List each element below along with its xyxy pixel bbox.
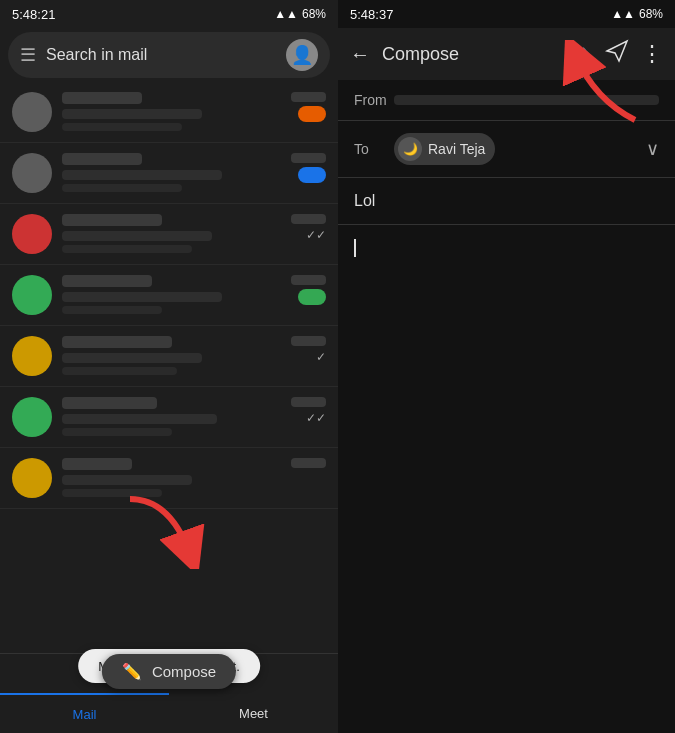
mail-sender bbox=[62, 458, 132, 470]
back-button[interactable]: ← bbox=[350, 43, 370, 66]
mail-meta bbox=[291, 458, 326, 468]
mail-content bbox=[62, 397, 281, 436]
list-item[interactable] bbox=[0, 143, 338, 204]
compose-title: Compose bbox=[382, 44, 559, 65]
compose-label: Compose bbox=[152, 663, 216, 680]
search-input-label: Search in mail bbox=[46, 46, 147, 64]
recipient-avatar: 🌙 bbox=[398, 137, 422, 161]
left-panel: 5:48:21 ▲▲ 68% ☰ Search in mail 👤 bbox=[0, 0, 338, 733]
mail-sender bbox=[62, 397, 157, 409]
mail-time bbox=[291, 397, 326, 407]
read-icon: ✓✓ bbox=[306, 228, 326, 242]
from-field: From bbox=[338, 80, 675, 121]
mail-time bbox=[291, 92, 326, 102]
nav-tabs: Mail Meet bbox=[0, 693, 338, 733]
mail-content bbox=[62, 92, 281, 131]
recipient-chip[interactable]: 🌙 Ravi Teja bbox=[394, 133, 495, 165]
compose-pencil-icon: ✏️ bbox=[122, 662, 142, 681]
status-bar-right: 5:48:37 ▲▲ 68% bbox=[338, 0, 675, 28]
battery-icon: 68% bbox=[302, 7, 326, 21]
bottom-bar: Message saved as draft. ✏️ Compose Mail … bbox=[0, 653, 338, 733]
mail-subject bbox=[62, 231, 212, 241]
mail-meta bbox=[291, 153, 326, 183]
mail-meta bbox=[291, 92, 326, 122]
time-right: 5:48:37 bbox=[350, 7, 393, 22]
mail-subject bbox=[62, 292, 222, 302]
read-icon: ✓✓ bbox=[306, 411, 326, 425]
avatar bbox=[12, 153, 52, 193]
subject-value: Lol bbox=[354, 192, 375, 209]
list-item[interactable]: ✓ bbox=[0, 326, 338, 387]
mail-sender bbox=[62, 92, 142, 104]
avatar bbox=[12, 336, 52, 376]
mail-sender bbox=[62, 153, 142, 165]
mail-time bbox=[291, 458, 326, 468]
body-field[interactable] bbox=[338, 225, 675, 733]
mail-subject bbox=[62, 109, 202, 119]
mail-meta bbox=[291, 275, 326, 305]
read-icon: ✓ bbox=[316, 350, 326, 364]
mail-subject bbox=[62, 170, 222, 180]
mail-meta: ✓✓ bbox=[291, 214, 326, 242]
attach-icon[interactable]: 📎 bbox=[571, 43, 593, 65]
list-item[interactable]: ✓✓ bbox=[0, 204, 338, 265]
mail-sender bbox=[62, 336, 172, 348]
compose-fab[interactable]: ✏️ Compose bbox=[102, 654, 236, 689]
avatar bbox=[12, 214, 52, 254]
mail-preview bbox=[62, 184, 182, 192]
menu-icon: ☰ bbox=[20, 44, 36, 66]
list-item[interactable] bbox=[0, 448, 338, 509]
user-avatar[interactable]: 👤 bbox=[286, 39, 318, 71]
mail-preview bbox=[62, 123, 182, 131]
mail-time bbox=[291, 153, 326, 163]
more-options-icon[interactable]: ⋮ bbox=[641, 41, 663, 67]
signal-icon-right: ▲▲ bbox=[611, 7, 635, 21]
mail-subject bbox=[62, 414, 217, 424]
mail-subject bbox=[62, 353, 202, 363]
from-value bbox=[394, 95, 659, 105]
time-left: 5:48:21 bbox=[12, 7, 55, 22]
from-label: From bbox=[354, 92, 394, 108]
status-icons-left: ▲▲ 68% bbox=[274, 7, 326, 21]
compose-header: ← Compose 📎 ⋮ bbox=[338, 28, 675, 80]
mail-content bbox=[62, 153, 281, 192]
mail-sender bbox=[62, 275, 152, 287]
mail-preview bbox=[62, 245, 192, 253]
mail-sender bbox=[62, 214, 162, 226]
mail-preview bbox=[62, 489, 162, 497]
mail-meta: ✓✓ bbox=[291, 397, 326, 425]
mail-content bbox=[62, 336, 281, 375]
avatar bbox=[12, 275, 52, 315]
tab-mail[interactable]: Mail bbox=[0, 693, 169, 733]
mail-preview bbox=[62, 367, 177, 375]
search-bar[interactable]: ☰ Search in mail 👤 bbox=[8, 32, 330, 78]
unread-badge bbox=[298, 289, 326, 305]
status-bar-left: 5:48:21 ▲▲ 68% bbox=[0, 0, 338, 28]
send-button[interactable] bbox=[605, 39, 629, 69]
list-item[interactable] bbox=[0, 265, 338, 326]
mail-subject bbox=[62, 475, 192, 485]
right-panel: 5:48:37 ▲▲ 68% ← Compose 📎 ⋮ From To 🌙 R… bbox=[338, 0, 675, 733]
text-cursor bbox=[354, 239, 356, 257]
unread-badge bbox=[298, 106, 326, 122]
subject-field[interactable]: Lol bbox=[338, 178, 675, 225]
mail-time bbox=[291, 336, 326, 346]
to-label: To bbox=[354, 141, 394, 157]
mail-preview bbox=[62, 306, 162, 314]
mail-content bbox=[62, 458, 281, 497]
status-icons-right: ▲▲ 68% bbox=[611, 7, 663, 21]
to-dropdown-icon[interactable]: ∨ bbox=[646, 138, 659, 160]
mail-time bbox=[291, 275, 326, 285]
mail-content bbox=[62, 275, 281, 314]
avatar bbox=[12, 92, 52, 132]
mail-time bbox=[291, 214, 326, 224]
to-field[interactable]: To 🌙 Ravi Teja ∨ bbox=[338, 121, 675, 178]
list-item[interactable]: ✓✓ bbox=[0, 387, 338, 448]
mail-content bbox=[62, 214, 281, 253]
list-item[interactable] bbox=[0, 82, 338, 143]
unread-badge bbox=[298, 167, 326, 183]
recipient-name: Ravi Teja bbox=[428, 141, 485, 157]
mail-list: ✓✓ ✓ bbox=[0, 82, 338, 653]
tab-meet[interactable]: Meet bbox=[169, 693, 338, 733]
mail-meta: ✓ bbox=[291, 336, 326, 364]
